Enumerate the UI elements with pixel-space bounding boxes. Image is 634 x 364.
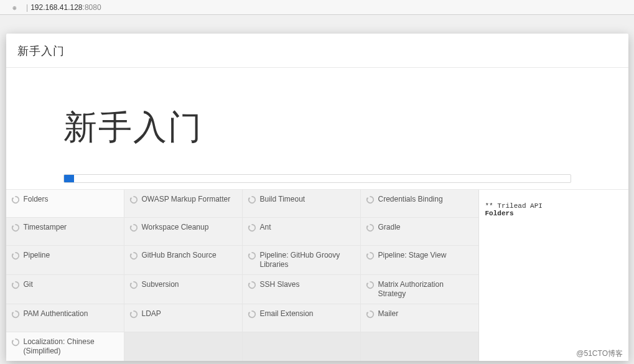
modal-header: 新手入门 xyxy=(6,34,628,68)
plugin-label: Folders xyxy=(24,195,49,204)
setup-wizard-modal: 新手入门 新手入门 FoldersOWASP Markup FormatterB… xyxy=(6,34,628,361)
separator: | xyxy=(26,3,28,12)
plugin-cell: Gradle xyxy=(361,218,478,245)
plugin-label: Email Extension xyxy=(260,309,314,319)
plugin-cell: GitHub Branch Source xyxy=(124,246,242,274)
plugin-grid: FoldersOWASP Markup FormatterBuild Timeo… xyxy=(6,190,479,361)
plugin-label: Credentials Binding xyxy=(378,195,443,204)
plugin-label: Mailer xyxy=(378,309,399,319)
plugin-label: Matrix Authorization Strategy xyxy=(378,280,473,299)
spinner-icon xyxy=(366,310,375,319)
plugin-label: Pipeline: Stage View xyxy=(378,251,447,260)
plugin-cell: Mailer xyxy=(361,304,478,332)
install-log: ** Trilead API Folders xyxy=(479,190,628,361)
spinner-icon xyxy=(129,310,138,319)
spinner-icon xyxy=(129,195,138,204)
spinner-icon xyxy=(129,281,138,289)
plugin-cell: Pipeline xyxy=(6,246,124,274)
spinner-icon xyxy=(11,251,20,260)
plugin-label: OWASP Markup Formatter xyxy=(142,195,231,204)
plugin-label: Build Timeout xyxy=(260,195,305,204)
plugin-label: Git xyxy=(24,280,33,289)
plugin-cell: Pipeline: GitHub Groovy Libraries xyxy=(243,246,360,274)
address-port: :8080 xyxy=(83,3,101,12)
plugin-cell: Folders xyxy=(6,190,124,217)
watermark: @51CTO博客 xyxy=(576,348,623,359)
spinner-icon xyxy=(366,281,375,289)
plugin-label: Pipeline xyxy=(24,251,50,260)
plugin-label: PAM Authentication xyxy=(24,309,88,319)
log-line: Folders xyxy=(485,210,514,217)
spinner-icon xyxy=(11,195,20,204)
security-icon: ⎈ xyxy=(12,4,20,11)
plugin-cell: Workspace Cleanup xyxy=(124,218,242,245)
plugin-label: Workspace Cleanup xyxy=(142,223,209,232)
plugin-label: Subversion xyxy=(142,280,179,289)
spinner-icon xyxy=(366,251,375,260)
plugin-cell: Localization: Chinese (Simplified) xyxy=(6,332,124,361)
plugin-label: Ant xyxy=(260,223,271,232)
plugin-label: Timestamper xyxy=(24,223,67,232)
spinner-icon xyxy=(366,195,375,204)
address-bar[interactable]: ⎈ | 192.168.41.128:8080 xyxy=(0,0,634,15)
plugin-cell: Subversion xyxy=(124,275,242,304)
plugin-cell xyxy=(361,332,478,361)
spinner-icon xyxy=(129,223,138,232)
plugin-label: Gradle xyxy=(378,223,401,232)
plugin-label: LDAP xyxy=(142,309,161,319)
plugin-cell: Timestamper xyxy=(6,218,124,245)
plugin-cell: Email Extension xyxy=(243,304,360,332)
hero: 新手入门 xyxy=(6,68,628,163)
spinner-icon xyxy=(248,310,256,319)
spinner-icon xyxy=(248,195,256,204)
spinner-icon xyxy=(11,281,20,289)
spinner-icon xyxy=(248,223,256,232)
plugin-cell: Ant xyxy=(243,218,360,245)
install-progress-bar xyxy=(64,175,74,182)
log-line: ** Trilead API xyxy=(485,202,543,210)
plugin-cell: Build Timeout xyxy=(243,190,360,217)
address-host: 192.168.41.128 xyxy=(30,3,82,12)
plugin-label: Pipeline: GitHub Groovy Libraries xyxy=(260,251,355,269)
plugin-cell: Pipeline: Stage View xyxy=(361,246,478,274)
plugin-cell: Matrix Authorization Strategy xyxy=(361,275,478,304)
plugin-cell xyxy=(243,332,360,361)
plugin-cell: LDAP xyxy=(124,304,242,332)
spinner-icon xyxy=(248,281,256,289)
spinner-icon xyxy=(366,223,375,232)
plugin-cell: Git xyxy=(6,275,124,304)
plugin-cell: OWASP Markup Formatter xyxy=(124,190,242,217)
plugin-label: SSH Slaves xyxy=(260,280,300,289)
spinner-icon xyxy=(11,310,20,319)
modal-title: 新手入门 xyxy=(17,45,65,57)
hero-title: 新手入门 xyxy=(63,105,628,151)
plugin-cell: SSH Slaves xyxy=(243,275,360,304)
plugin-cell: PAM Authentication xyxy=(6,304,124,332)
spinner-icon xyxy=(129,251,138,260)
plugin-cell: Credentials Binding xyxy=(361,190,478,217)
plugin-label: GitHub Branch Source xyxy=(142,251,217,260)
install-progress xyxy=(63,174,571,183)
plugin-label: Localization: Chinese (Simplified) xyxy=(24,337,119,356)
spinner-icon xyxy=(248,251,256,260)
plugin-cell xyxy=(124,332,242,361)
spinner-icon xyxy=(11,223,20,232)
spinner-icon xyxy=(11,338,20,347)
